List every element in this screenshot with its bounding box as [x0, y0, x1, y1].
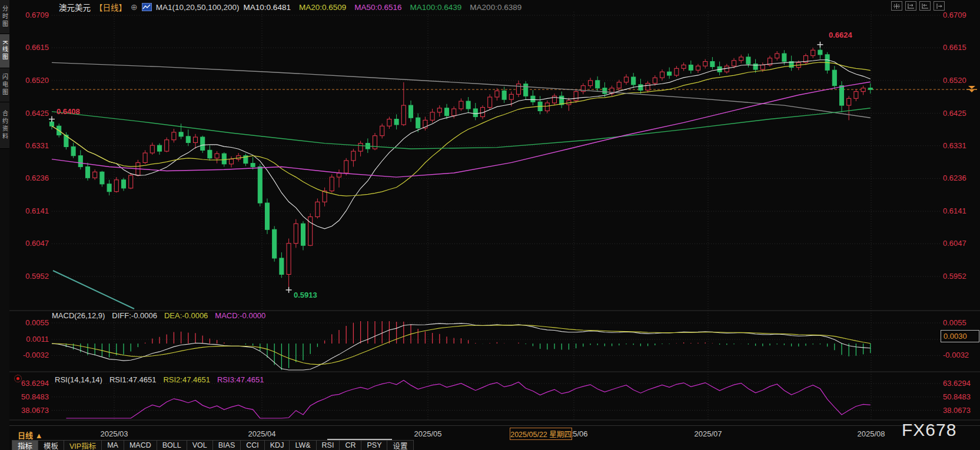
price-axis-label-right: 0.6615 — [943, 44, 966, 52]
indicator-toolbar: 指标模板VIP指标MAMACDBOLLVOLBIASCCIKDJLW&RSICR… — [12, 440, 414, 450]
toolbar-scrollbar[interactable] — [327, 439, 392, 440]
alert-settings-icon[interactable] — [14, 375, 22, 382]
collapse-panel-icon[interactable] — [934, 1, 945, 11]
ma-value-2: MA20:0.6509 — [299, 3, 346, 12]
macd-axis-label-right: -0.0032 — [943, 351, 969, 359]
price-axis-label-right: 0.6047 — [943, 239, 966, 248]
rsi-title: RSI(14,14,14) — [55, 375, 102, 384]
ma-values: MA10:0.6481MA20:0.6509MA50:0.6516MA100:0… — [244, 3, 522, 12]
date-tick-3: 2025/05 — [401, 429, 454, 438]
axis-compress-icon[interactable] — [919, 1, 931, 11]
ma-value-3: MA50:0.6516 — [354, 3, 401, 12]
sidebar-tab-1[interactable]: 分时图 — [0, 0, 9, 34]
toolbar-item-9[interactable]: CCI — [241, 441, 265, 450]
watermark: FX678 — [902, 420, 956, 440]
toolbar-item-11[interactable]: LW& — [290, 441, 316, 450]
chart-window: 分时图K线图闪电图合约资料 澳元美元【日线】 ⊕ MA1(10,20,50,10… — [0, 0, 980, 450]
move-tool-icon[interactable] — [891, 1, 902, 11]
toolbar-item-1[interactable]: 指标 — [12, 441, 38, 450]
macd-axis-label-left: 0.0011 — [14, 335, 49, 344]
toolbar-item-5[interactable]: MACD — [124, 441, 157, 450]
price-axis-label-right: 0.6236 — [943, 174, 966, 182]
date-tick-5: 2025/07 — [682, 429, 735, 438]
compare-icon[interactable]: ⊕ — [131, 2, 138, 12]
price-axis-label-left: 0.6236 — [19, 174, 49, 182]
rsi-axis-label-left: 38.0673 — [14, 406, 49, 415]
price-axis-label-right: 0.6520 — [943, 76, 966, 85]
indicator-chart-icon[interactable] — [142, 3, 152, 11]
macd-axis-label-left: -0.0032 — [14, 351, 49, 359]
price-axis-label-right: 0.6425 — [943, 109, 966, 118]
price-axis-label-right: 0.6709 — [943, 11, 966, 19]
macd-title: MACD(26,12,9) — [52, 311, 105, 320]
toolbar-item-13[interactable]: CR — [340, 441, 361, 450]
annotation-start-high: 0.6408 — [57, 107, 80, 116]
macd-axis-label-left: 0.0055 — [14, 319, 49, 327]
price-axis-label-right: 0.6331 — [943, 142, 966, 150]
date-axis — [0, 425, 980, 441]
period-label: 【日线】 — [95, 1, 127, 13]
crosshair-date-box: 2025/05/22 星期四 — [510, 428, 572, 440]
macd-dea-value: DEA:-0.0006 — [164, 311, 208, 320]
ma-value-1: MA10:0.6481 — [244, 3, 291, 12]
sidebar-tab-2[interactable]: K线图 — [0, 34, 9, 68]
rsi-axis-label-right: 38.0673 — [943, 406, 971, 415]
toolbar-item-12[interactable]: RSI — [317, 441, 340, 450]
macd-macd-value: MACD:-0.0000 — [215, 311, 265, 320]
rsi-axis-label-right: 50.8483 — [943, 393, 971, 401]
rsi-axis-label-right: 63.6294 — [943, 379, 971, 388]
macd-panel-header: MACD(26,12,9) DIFF:-0.0006 DEA:-0.0006 M… — [52, 311, 265, 320]
macd-current-value-box: 0.0030 — [941, 330, 979, 342]
macd-axis-label-right: 0.0055 — [943, 319, 966, 327]
ma-value-4: MA100:0.6439 — [410, 3, 462, 12]
date-tick-1: 2025/03 — [88, 429, 141, 438]
rsi3-value: RSI3:47.4651 — [217, 375, 264, 384]
rsi1-value: RSI1:47.4651 — [109, 375, 157, 384]
sidebar-tab-4[interactable]: 合约资料 — [0, 102, 9, 149]
price-axis-label-left: 0.6615 — [19, 44, 49, 52]
annotation-peak: 0.6624 — [829, 31, 852, 39]
date-tick-2: 2025/04 — [235, 429, 288, 438]
sidebar-tab-3[interactable]: 闪电图 — [0, 68, 9, 102]
axis-expand-icon[interactable] — [905, 1, 916, 11]
period-selector[interactable]: 日线 ▲ — [18, 429, 43, 441]
ma-value-5: MA200:0.6389 — [470, 3, 521, 12]
toolbar-item-15[interactable]: 设置 — [387, 441, 413, 450]
price-axis-label-left: 0.6425 — [19, 109, 49, 118]
ma-param-label: MA1(10,20,50,100,200) — [156, 3, 240, 12]
date-tick-6: 2025/08 — [845, 429, 898, 438]
toolbar-item-10[interactable]: KDJ — [265, 441, 290, 450]
chart-type-sidebar: 分时图K线图闪电图合约资料 — [0, 0, 9, 450]
price-axis-label-left: 0.6047 — [19, 239, 49, 248]
price-axis-label-right: 0.6141 — [943, 207, 966, 215]
toolbar-item-3[interactable]: VIP指标 — [64, 441, 102, 450]
price-axis-label-left: 0.6520 — [19, 76, 49, 85]
chart-header: 澳元美元【日线】 ⊕ MA1(10,20,50,100,200) MA10:0.… — [59, 1, 521, 13]
toolbar-item-4[interactable]: MA — [102, 441, 124, 450]
macd-diff-value: DIFF:-0.0006 — [112, 311, 157, 320]
price-axis-label-left: 0.6141 — [19, 207, 49, 215]
price-axis-label-right: 0.5952 — [943, 272, 966, 281]
rsi-axis-label-left: 50.8483 — [14, 393, 49, 401]
toolbar-item-2[interactable]: 模板 — [38, 441, 64, 450]
price-axis-label-left: 0.6331 — [19, 142, 49, 150]
chart-tool-icons — [891, 1, 945, 11]
toolbar-item-14[interactable]: PSY — [361, 441, 387, 450]
toolbar-item-6[interactable]: BOLL — [157, 441, 187, 450]
annotation-low: 0.5913 — [294, 291, 317, 299]
symbol-name: 澳元美元 — [59, 1, 91, 13]
price-axis-label-left: 0.5952 — [19, 272, 49, 281]
price-axis-label-left: 0.6709 — [19, 11, 49, 19]
toolbar-item-8[interactable]: BIAS — [213, 441, 241, 450]
rsi-panel-header: RSI(14,14,14) RSI1:47.4651 RSI2:47.4651 … — [55, 375, 264, 384]
toolbar-item-7[interactable]: VOL — [187, 441, 213, 450]
rsi2-value: RSI2:47.4651 — [163, 375, 210, 384]
